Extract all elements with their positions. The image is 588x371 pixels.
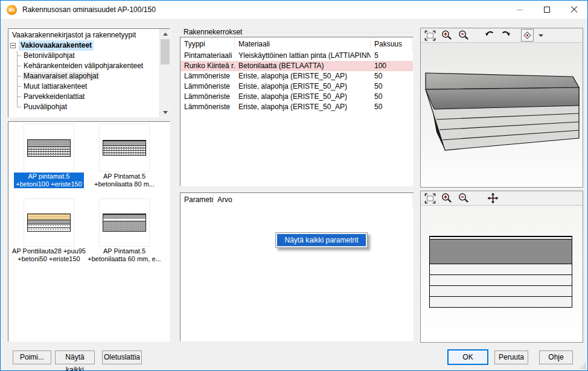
- cell-tyyppi: Lämmöneriste: [181, 71, 235, 81]
- column-header-materiaali[interactable]: Materiaali: [235, 37, 371, 51]
- menu-item-show-all-parameters[interactable]: Näytä kaikki parametrit: [277, 234, 366, 246]
- cell-tyyppi: Lämmöneriste: [181, 81, 235, 92]
- cell-materiaali: Eriste, alapohja (ERISTE_50_AP): [235, 102, 371, 112]
- cell-materiaali: Yleiskäyttöinen lattian pinta (LATTIAPIN…: [235, 51, 371, 61]
- collapse-icon[interactable]: [10, 43, 16, 48]
- close-icon: [570, 5, 578, 14]
- thumbnail-ap-pintamat-betoni100[interactable]: [24, 124, 74, 172]
- cell-paksuus: 5: [371, 51, 413, 61]
- minimize-button[interactable]: [506, 1, 533, 19]
- maximize-icon: [544, 7, 550, 13]
- structure-library-tree[interactable]: Vaakarakennekirjastot ja rakennetyypit V…: [8, 28, 170, 118]
- cell-tyyppi: Lämmöneriste: [181, 102, 235, 112]
- cell-paksuus: 50: [371, 81, 413, 92]
- rotate-right-icon[interactable]: [499, 30, 513, 42]
- tree-node-root[interactable]: Vakiovaakarakenteet: [8, 40, 170, 51]
- table-row[interactable]: Lämmöneriste Eriste, alapohja (ERISTE_50…: [181, 92, 413, 102]
- layer-concrete: [429, 239, 572, 264]
- window-title: Rakennusosan ominaisuudet AP-100/150: [22, 5, 156, 14]
- thumbnail-ap-pintamat-betonilaatta60[interactable]: [99, 198, 150, 247]
- dialog-window: BD Rakennusosan ominaisuudet AP-100/150 …: [0, 0, 588, 371]
- column-header-parametri[interactable]: Parametri: [181, 193, 214, 206]
- tree-header: Vaakarakennekirjastot ja rakennetyypit: [8, 30, 170, 40]
- column-header-paksuus[interactable]: Paksuus: [371, 37, 413, 51]
- thumbnail-label[interactable]: AP Pintamat.5+betonilaatta 80 m...: [85, 173, 164, 188]
- context-menu: Näytä kaikki parametrit: [275, 232, 368, 248]
- tree-header-label: Vaakarakennekirjastot ja rakennetyypit: [12, 30, 136, 40]
- view-2d[interactable]: [421, 206, 583, 342]
- tree-node-label[interactable]: Puuvälipohjat: [22, 103, 68, 111]
- scrollbar-thumb[interactable]: [161, 39, 170, 65]
- slab-section-drawing: [429, 236, 572, 308]
- thumbnail-ap-pintamat-betonilaatta80[interactable]: [99, 124, 150, 172]
- zoom-in-icon[interactable]: [440, 192, 453, 205]
- layer-insulation: [429, 296, 572, 308]
- layer-preview: [27, 214, 71, 232]
- nayta-kaikki-button[interactable]: Näytä kaikki: [55, 350, 95, 364]
- slab-3d-drawing: [421, 43, 583, 187]
- thumbnail-ap-ponttilauta[interactable]: [24, 198, 74, 247]
- layer-preview: [27, 139, 71, 157]
- tree-node-label[interactable]: Betonivälipohjat: [22, 51, 76, 60]
- tree-node-label[interactable]: Maanvaraiset alapohjat: [22, 72, 100, 80]
- table-row-highlighted[interactable]: Runko Kiinteä r... Betonilaatta (BETLAAT…: [181, 61, 413, 71]
- ok-button[interactable]: OK: [447, 349, 488, 365]
- tree-node[interactable]: Muut lattiarakenteet: [8, 81, 170, 92]
- scroll-up-icon[interactable]: [160, 29, 170, 39]
- table-row[interactable]: Lämmöneriste Eriste, alapohja (ERISTE_50…: [181, 81, 413, 92]
- fit-view-icon[interactable]: [423, 192, 436, 205]
- zoom-in-icon[interactable]: [440, 30, 453, 42]
- layer-preview: [103, 140, 146, 156]
- layer-preview: [103, 214, 146, 232]
- tree-node[interactable]: Kehärankenteiden välipohjarakenteet: [8, 61, 170, 71]
- thumbnail-label[interactable]: AP Pintamat.5+betonilaatta 60 mm, e...: [85, 247, 164, 263]
- table-row[interactable]: Lämmöneriste Eriste, alapohja (ERISTE_50…: [181, 71, 413, 81]
- layers-table[interactable]: Tyyppi Materiaali Paksuus Pintamateriaal…: [180, 37, 414, 186]
- tree-node-label[interactable]: Muut lattiarakenteet: [22, 82, 88, 90]
- table-row[interactable]: Lämmöneriste Eriste, alapohja (ERISTE_50…: [181, 102, 413, 112]
- column-header-tyyppi[interactable]: Tyyppi: [181, 37, 235, 51]
- orbit-dropdown-icon[interactable]: [538, 34, 543, 37]
- minimize-icon: [517, 10, 523, 10]
- pan-icon[interactable]: [486, 192, 499, 205]
- oletuslattia-button[interactable]: Oletuslattia: [102, 350, 142, 364]
- cell-tyyppi: Lämmöneriste: [181, 92, 235, 102]
- layers-group-title: Rakennekerrokset: [181, 28, 244, 36]
- column-header-arvo[interactable]: Arvo: [214, 193, 413, 206]
- layers-table-header: Tyyppi Materiaali Paksuus: [181, 37, 413, 51]
- tree-node-label[interactable]: Kehärankenteiden välipohjarakenteet: [22, 62, 144, 70]
- maximize-button[interactable]: [533, 1, 560, 19]
- cell-materiaali: Eriste, alapohja (ERISTE_50_AP): [235, 81, 371, 92]
- toolbar-2d: [421, 191, 583, 206]
- tree-root-label[interactable]: Vakiovaakarakenteet: [19, 40, 94, 51]
- thumbnail-label[interactable]: AP pintamat.5+betoni100 +eriste150: [9, 173, 89, 188]
- view-3d[interactable]: [421, 43, 583, 187]
- rotate-left-icon[interactable]: [482, 30, 496, 42]
- parameters-table[interactable]: Parametri Arvo: [180, 192, 414, 341]
- close-button[interactable]: [560, 1, 587, 19]
- resize-grip[interactable]: [579, 362, 586, 369]
- window-controls: [506, 1, 587, 19]
- scroll-down-icon[interactable]: [160, 107, 170, 117]
- tree-node[interactable]: Puuvälipohjat: [8, 102, 170, 112]
- tree-node-label[interactable]: Parvekkeidenlattiat: [22, 92, 86, 101]
- tree-node[interactable]: Parvekkeidenlattiat: [8, 92, 170, 102]
- cell-materiaali: Betonilaatta (BETLAATTA): [235, 61, 371, 71]
- zoom-out-icon[interactable]: [457, 192, 470, 205]
- toolbar-3d: [421, 28, 583, 43]
- cell-tyyppi: Pintamateriaali: [181, 51, 235, 61]
- poimi-button[interactable]: Poimi...: [13, 350, 51, 364]
- orbit-button[interactable]: [521, 29, 534, 42]
- thumbnail-label[interactable]: AP Ponttilauta28 +puu95+betoni50 +eriste…: [9, 247, 89, 263]
- ohje-button[interactable]: Ohje: [539, 350, 573, 364]
- cell-paksuus: 50: [371, 92, 413, 102]
- tree-node[interactable]: Betonivälipohjat: [8, 51, 170, 61]
- zoom-out-icon[interactable]: [457, 30, 470, 42]
- fit-view-icon[interactable]: [423, 30, 436, 42]
- cell-materiaali: Eriste, alapohja (ERISTE_50_AP): [235, 92, 371, 102]
- tree-scrollbar[interactable]: [159, 29, 170, 117]
- table-row[interactable]: Pintamateriaali Yleiskäyttöinen lattian …: [181, 51, 413, 61]
- app-icon: BD: [7, 5, 17, 15]
- tree-node[interactable]: Maanvaraiset alapohjat: [8, 71, 170, 81]
- peruuta-button[interactable]: Peruuta: [494, 350, 528, 364]
